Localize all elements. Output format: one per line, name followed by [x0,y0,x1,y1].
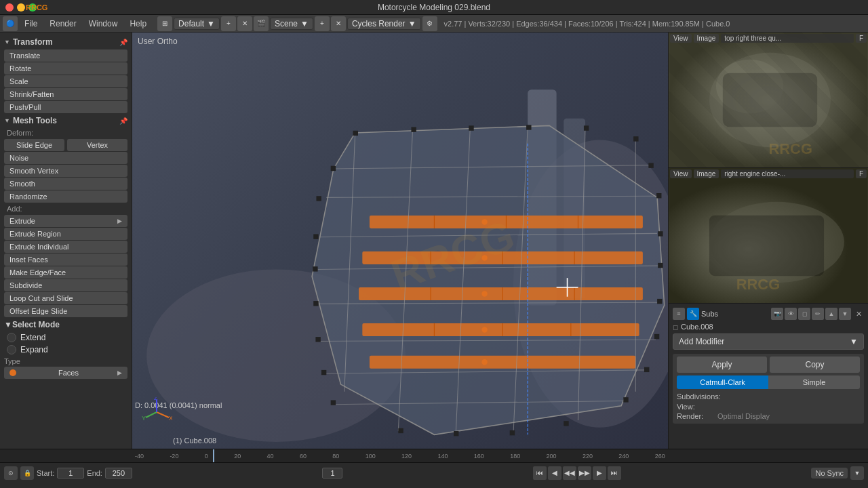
play-button[interactable]: ▶▶ [578,466,591,480]
svg-rect-44 [316,196,321,201]
svg-rect-58 [398,428,403,433]
copy-button[interactable]: Copy [770,357,860,373]
extrude-individual-button[interactable]: Extrude Individual [4,241,127,253]
modifier-close-icon[interactable]: ✕ [853,308,864,319]
noise-button[interactable]: Noise [4,152,127,164]
faces-dropdown[interactable]: Faces ▶ [4,367,127,379]
render-vis-icon[interactable]: 📷 [771,308,783,320]
apply-button[interactable]: Apply [677,357,767,373]
faces-label: Faces [58,369,79,377]
simple-button[interactable]: Simple [768,375,860,389]
viewport[interactable]: User Ortho [132,33,668,449]
edit-icon[interactable]: ✏ [812,308,824,320]
add-modifier-button[interactable]: Add Modifier ▼ [673,333,864,350]
view-label: View: [677,403,717,411]
svg-rect-36 [353,131,358,136]
svg-rect-47 [658,231,663,236]
render-engine-dropdown[interactable]: Cycles Render ▼ [347,18,421,30]
viewport-background[interactable]: User Ortho [132,33,668,449]
top-f-button[interactable]: F [856,34,867,43]
frame-input[interactable] [322,468,342,479]
select-mode-header[interactable]: ▼ Select Mode [0,318,132,331]
translate-button[interactable]: Translate [4,49,127,62]
timeline-extra-icon[interactable]: ▼ [850,466,864,480]
scale-button[interactable]: Scale [4,75,127,87]
cage-icon[interactable]: ◻ [798,308,810,320]
transform-arrow: ▼ [4,39,10,45]
scene-mode-icon[interactable]: 🎬 [254,16,269,31]
extrude-arrow: ▶ [117,218,122,224]
svg-rect-41 [633,136,638,141]
next-frame-button[interactable]: ▶ [593,466,606,480]
timeline-mode-icon[interactable]: ⊙ [4,466,18,480]
close-button[interactable] [5,3,14,12]
svg-rect-51 [657,299,662,304]
svg-line-73 [146,412,157,418]
rotate-button[interactable]: Rotate [4,62,127,75]
render-settings-icon[interactable]: ⚙ [422,16,437,31]
mod-view-icons: 📷 👁 ◻ ✏ ▲ ▼ [771,308,851,320]
transform-section-header[interactable]: ▼ Transform 📌 [0,35,132,49]
offset-edge-slide-button[interactable]: Offset Edge Slide [4,305,127,317]
collapse-icon[interactable]: ▼ [839,308,851,320]
svg-point-79 [716,60,784,114]
slide-edge-button[interactable]: Slide Edge [4,139,64,151]
shrink-fatten-button[interactable]: Shrink/Fatten [4,88,127,100]
view-vis-icon[interactable]: 👁 [785,308,797,320]
svg-rect-42 [331,166,336,171]
bottom-image-button[interactable]: Image [694,169,719,178]
catmull-clark-button[interactable]: Catmull-Clark [677,375,768,389]
jump-end-button[interactable]: ⏭ [608,466,621,480]
extrude-dropdown[interactable]: Extrude ▶ [4,215,127,227]
smooth-vertex-button[interactable]: Smooth Vertex [4,165,127,177]
top-view-button[interactable]: View [670,34,692,43]
layout-icon[interactable]: ⊞ [157,16,172,31]
end-input[interactable] [105,468,132,479]
extrude-region-button[interactable]: Extrude Region [4,228,127,240]
scene-icon-x[interactable]: ✕ [237,16,252,31]
svg-text:Y: Y [142,415,146,422]
mesh-tools-arrow: ▼ [4,117,10,124]
timeline-lock-icon[interactable]: 🔒 [20,466,34,480]
modifier-icon[interactable]: 🔧 [687,308,699,320]
play-reverse-button[interactable]: ◀◀ [563,466,576,480]
make-edge-face-button[interactable]: Make Edge/Face [4,266,127,279]
svg-rect-9 [370,356,635,369]
push-pull-button[interactable]: Push/Pull [4,101,127,113]
mesh-tools-section-header[interactable]: ▼ Mesh Tools 📌 [0,114,132,127]
blender-icon[interactable]: 🔵 [3,16,18,31]
menu-render[interactable]: Render [44,18,81,30]
vertex-button[interactable]: Vertex [67,139,127,151]
subdivide-button[interactable]: Subdivide [4,279,127,291]
menu-file[interactable]: File [19,18,43,30]
jump-start-button[interactable]: ⏮ [533,466,547,480]
svg-rect-39 [526,125,531,129]
expand-icon[interactable]: ▲ [825,308,837,320]
svg-marker-4 [312,125,665,434]
menu-help[interactable]: Help [124,18,152,30]
transform-label: Transform [13,37,53,47]
menu-window[interactable]: Window [83,18,123,30]
bottom-f-button[interactable]: F [856,169,867,178]
mesh-tools-label: Mesh Tools [13,116,57,125]
loop-cut-slide-button[interactable]: Loop Cut and Slide [4,292,127,304]
prev-frame-button[interactable]: ◀ [548,466,561,480]
render-label: Render: [677,412,717,420]
scene-add-icon[interactable]: + [315,16,330,31]
scene-dropdown[interactable]: Scene ▼ [270,18,313,30]
start-input[interactable] [57,468,84,479]
properties-icon[interactable]: ≡ [673,308,685,320]
randomize-button[interactable]: Randomize [4,190,127,203]
minimize-button[interactable] [17,3,25,12]
top-image-button[interactable]: Image [694,34,719,43]
smooth-button[interactable]: Smooth [4,178,127,190]
svg-rect-53 [654,334,659,339]
layout-dropdown[interactable]: Default ▼ [174,18,220,30]
sidebar: ▼ Transform 📌 Translate Rotate Scale Shr… [0,33,132,449]
scene-remove-icon[interactable]: ✕ [331,16,346,31]
svg-rect-8 [362,323,639,336]
no-sync-button[interactable]: No Sync [811,468,848,479]
bottom-view-button[interactable]: View [670,169,692,178]
inset-faces-button[interactable]: Inset Faces [4,253,127,266]
scene-icon-plus[interactable]: + [221,16,236,31]
